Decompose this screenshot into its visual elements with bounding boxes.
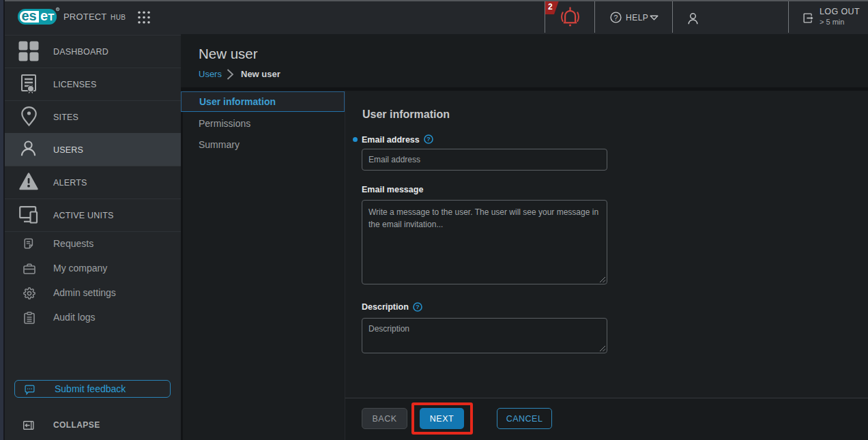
svg-text:?: ? [416,303,420,310]
svg-text:?: ? [614,14,618,22]
svg-text:?: ? [426,135,431,143]
